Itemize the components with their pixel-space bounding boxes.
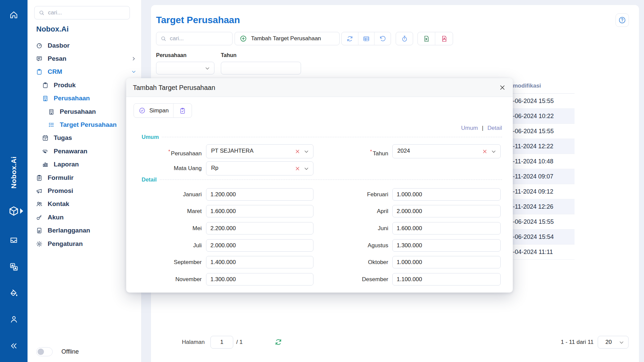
mata-uang-select[interactable]: Rp — [206, 161, 313, 175]
paint-bucket-icon[interactable] — [9, 289, 18, 298]
add-target-perusahaan-button[interactable]: Tambah Target Perusahaan — [235, 32, 340, 45]
input-september[interactable] — [206, 256, 313, 268]
filter-perusahaan-select[interactable] — [156, 62, 214, 74]
page-title: Target Perusahaan — [156, 15, 240, 25]
tahun-select[interactable]: 2024 — [392, 144, 501, 158]
collapse-sidebar-icon[interactable] — [9, 342, 18, 350]
sidebar-item-pesan[interactable]: Pesan — [28, 52, 142, 65]
sidebar-item-promosi[interactable]: Promosi — [28, 184, 142, 197]
clear-icon[interactable] — [295, 166, 300, 171]
sidebar-item-perusahaan-group[interactable]: Perusahaan — [28, 92, 142, 105]
sidebar-item-penawaran[interactable]: Penawaran — [28, 145, 142, 158]
refresh-icon[interactable] — [342, 32, 358, 45]
sidebar-item-laporan[interactable]: Laporan — [28, 158, 142, 171]
export-excel-icon[interactable] — [418, 32, 435, 45]
nav-umum-link[interactable]: Umum — [461, 125, 478, 132]
perusahaan-select[interactable]: PT SEJAHTERA — [206, 144, 313, 158]
sidebar: Nobox.Ai Dasbor Pesan CRM Produk — [28, 0, 142, 362]
refresh-list-icon[interactable] — [275, 338, 282, 346]
calendar-check-icon — [42, 135, 49, 141]
sidebar-item-tugas[interactable]: Tugas — [28, 132, 142, 145]
sidebar-item-produk[interactable]: Produk — [28, 79, 142, 92]
input-november[interactable] — [206, 273, 313, 286]
clipboard-lines-icon — [36, 174, 43, 181]
sidebar-item-kontak[interactable]: Kontak — [28, 198, 142, 211]
undo-icon[interactable] — [375, 32, 391, 45]
sidebar-item-pengaturan[interactable]: Pengaturan — [28, 237, 142, 250]
dashboard-icon — [36, 42, 43, 49]
sidebar-item-perusahaan[interactable]: Perusahaan — [28, 105, 142, 118]
search-icon — [160, 36, 166, 42]
juli-label: Juli — [133, 239, 202, 252]
save-button-main[interactable]: Simpan — [134, 104, 173, 117]
sidebar-item-target-perusahaan[interactable]: Target Perusahaan — [28, 118, 142, 131]
key-icon — [36, 214, 43, 221]
toolbar-search-input[interactable] — [170, 35, 228, 42]
mei-label: Mei — [133, 222, 202, 235]
input-april[interactable] — [392, 205, 501, 217]
offline-toggle[interactable] — [36, 347, 53, 356]
search-icon — [39, 10, 45, 16]
input-mei[interactable] — [206, 222, 313, 235]
icon-rail: Nobox.Ai — [0, 0, 28, 362]
megaphone-icon — [36, 188, 43, 194]
inbox-icon[interactable] — [9, 236, 18, 245]
close-icon[interactable] — [499, 84, 506, 91]
filter-tahun-input[interactable] — [221, 62, 301, 74]
divider — [160, 179, 502, 180]
save-button[interactable]: Simpan — [134, 103, 192, 118]
clipboard-icon — [42, 82, 49, 89]
input-juli[interactable] — [206, 239, 313, 252]
page-number-input[interactable] — [210, 336, 233, 349]
stopwatch-icon[interactable] — [396, 32, 413, 45]
translate-icon[interactable] — [9, 262, 18, 271]
agustus-label: Agustus — [328, 239, 388, 252]
table-view-icon[interactable] — [358, 32, 375, 45]
clipboard-icon — [36, 68, 43, 75]
sidebar-search[interactable] — [34, 6, 130, 19]
sidebar-item-formulir[interactable]: Formulir — [28, 171, 142, 184]
app-root: Nobox.Ai Nobox.Ai Dasbor Pesan — [0, 0, 644, 362]
gear-icon — [36, 241, 43, 247]
chevron-down-icon — [304, 149, 309, 154]
sidebar-item-berlangganan[interactable]: Berlangganan — [28, 224, 142, 237]
list-check-icon — [48, 121, 55, 128]
juni-label: Juni — [328, 222, 388, 235]
help-button[interactable] — [615, 13, 629, 27]
nav-separator: | — [482, 125, 483, 132]
input-desember[interactable] — [392, 273, 501, 286]
input-januari[interactable] — [206, 188, 313, 201]
input-februari[interactable] — [392, 188, 501, 201]
clear-icon[interactable] — [482, 149, 488, 154]
input-oktober[interactable] — [392, 256, 501, 268]
sidebar-item-crm[interactable]: CRM — [28, 65, 142, 79]
required-asterisk: * — [370, 148, 372, 154]
page-size-select[interactable]: 20 — [598, 336, 629, 349]
input-agustus[interactable] — [392, 239, 501, 252]
toolbar-icon-group-2 — [396, 32, 413, 45]
input-maret[interactable] — [206, 205, 313, 217]
app-logo-cube-icon[interactable] — [8, 205, 19, 217]
offline-control: Offline — [36, 347, 79, 356]
export-pdf-icon[interactable] — [435, 32, 453, 45]
clipboard-check-icon[interactable] — [174, 104, 192, 117]
building-icon — [48, 108, 55, 115]
chevron-down-icon[interactable] — [131, 69, 136, 74]
toolbar-icon-group-1 — [341, 32, 391, 45]
modal-header: Tambah Target Perusahaan — [126, 78, 513, 97]
sidebar-item-dasbor[interactable]: Dasbor — [28, 39, 142, 52]
chevron-right-icon[interactable] — [131, 56, 136, 61]
page-total: / 1 — [236, 339, 243, 346]
profile-icon[interactable] — [9, 315, 18, 324]
clear-icon[interactable] — [295, 149, 300, 154]
sidebar-search-input[interactable] — [48, 9, 126, 16]
home-icon[interactable] — [9, 10, 18, 19]
toolbar-search[interactable] — [156, 32, 233, 45]
januari-label: Januari — [133, 188, 202, 201]
chevron-down-icon — [205, 66, 210, 71]
pagination-range: 1 - 11 dari 11 — [561, 339, 594, 346]
sidebar-item-akun[interactable]: Akun — [28, 211, 142, 224]
nav-detail-link[interactable]: Detail — [488, 125, 502, 132]
input-juni[interactable] — [392, 222, 501, 235]
message-icon — [36, 55, 43, 62]
